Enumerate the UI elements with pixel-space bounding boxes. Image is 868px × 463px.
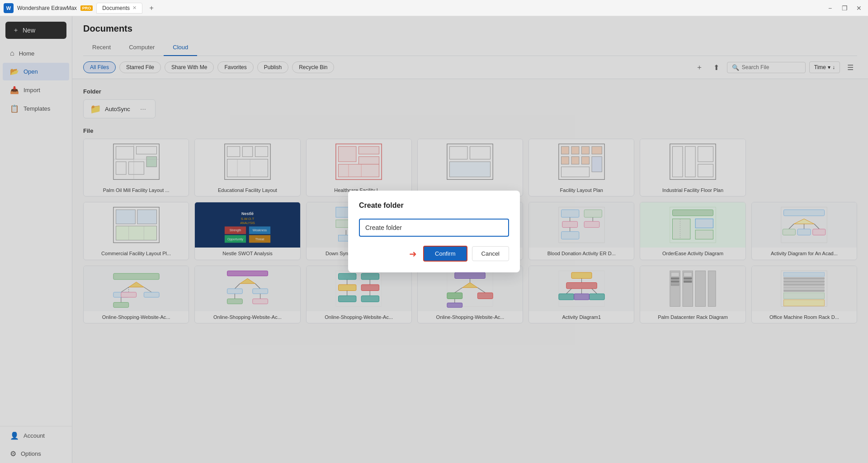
app-logo: W — [4, 3, 14, 13]
create-folder-modal: Create folder ➜ Confirm Cancel — [348, 191, 520, 272]
app-name: Wondershare EdrawMax — [17, 5, 77, 11]
titlebar-left: W Wondershare EdrawMax PRO Documents ✕ + — [4, 3, 157, 14]
arrow-indicator: ➜ — [409, 248, 417, 259]
confirm-button[interactable]: Confirm — [423, 246, 467, 262]
titlebar-right: − ❐ ✕ — [825, 3, 864, 14]
restore-button[interactable]: ❐ — [839, 3, 850, 14]
folder-name-input[interactable] — [359, 219, 509, 237]
titlebar: W Wondershare EdrawMax PRO Documents ✕ +… — [0, 0, 868, 16]
tab-label: Documents — [102, 5, 130, 11]
titlebar-tab[interactable]: Documents ✕ — [96, 3, 142, 14]
minimize-button[interactable]: − — [825, 3, 835, 14]
cancel-button[interactable]: Cancel — [472, 246, 509, 261]
new-tab-button[interactable]: + — [146, 3, 157, 14]
modal-overlay: Create folder ➜ Confirm Cancel — [0, 0, 868, 463]
pro-badge: PRO — [80, 5, 93, 11]
modal-title: Create folder — [359, 201, 509, 210]
modal-actions: ➜ Confirm Cancel — [359, 246, 509, 262]
close-button[interactable]: ✕ — [854, 3, 864, 14]
tab-close-icon[interactable]: ✕ — [132, 5, 137, 11]
